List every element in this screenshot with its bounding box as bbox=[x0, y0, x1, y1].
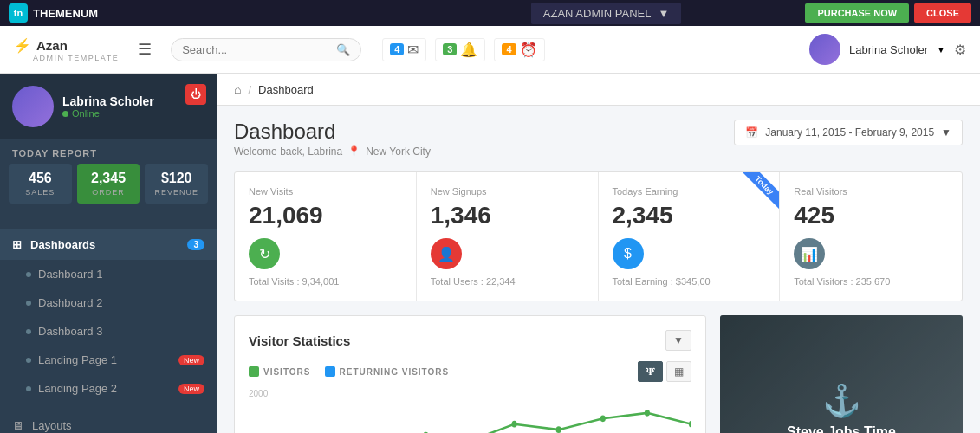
dropdown-arrow-icon: ▼ bbox=[659, 7, 670, 20]
dashboards-nav-header[interactable]: ⊞ Dashboards 3 bbox=[0, 229, 217, 260]
visitors-legend-color bbox=[249, 366, 259, 377]
signups-label: New Signups bbox=[431, 186, 584, 197]
chart-controls: 𝚿 ▦ bbox=[638, 361, 691, 382]
today-report-label: TODAY REPORT bbox=[0, 139, 217, 164]
grid-icon: ⊞ bbox=[12, 238, 22, 251]
theme-dropdown[interactable]: AZAN ADMIN PANEL ▼ bbox=[531, 3, 682, 24]
signups-sub: Total Users : 22,344 bbox=[431, 276, 584, 287]
order-label: ORDER bbox=[82, 188, 135, 197]
visits-value: 21,069 bbox=[249, 202, 402, 229]
search-icon: 🔍 bbox=[336, 43, 350, 56]
dashboard-title-group: Dashboard Welcome back, Labrina 📍 New Yo… bbox=[234, 120, 431, 158]
user-dropdown-arrow-icon[interactable]: ▼ bbox=[937, 45, 945, 55]
topbar: tn THEMENUM AZAN ADMIN PANEL ▼ PURCHASE … bbox=[0, 0, 980, 26]
content-area: ⌂ / Dashboard Dashboard Welcome back, La… bbox=[217, 74, 980, 433]
nav-dot-icon bbox=[26, 386, 31, 391]
svg-point-8 bbox=[600, 415, 606, 422]
search-input[interactable] bbox=[182, 43, 331, 56]
revenue-label: REVENUE bbox=[150, 188, 203, 197]
date-range-picker[interactable]: 📅 January 11, 2015 - February 9, 2015 ▼ bbox=[734, 120, 963, 145]
real-visitors-value: 425 bbox=[794, 202, 948, 229]
tasks-badge-group[interactable]: 4 ⏰ bbox=[494, 38, 544, 61]
visitors-legend-item: VISITORS bbox=[249, 366, 311, 377]
signups-value: 1,346 bbox=[431, 202, 584, 229]
nav-dot-icon bbox=[26, 301, 31, 306]
sidebar-footer: 🖥 Layouts bbox=[0, 410, 217, 433]
sidebar-item-dashboard2[interactable]: Dashboard 2 bbox=[0, 288, 217, 317]
stat-card-signups: New Signups 1,346 👤 Total Users : 22,344 bbox=[417, 172, 599, 301]
close-button[interactable]: CLOSE bbox=[914, 3, 971, 23]
promo-card-text: Steve Jobs Time bbox=[787, 424, 896, 433]
monitor-icon: 🖥 bbox=[12, 419, 23, 432]
purchase-button[interactable]: PURCHASE NOW bbox=[805, 3, 909, 23]
date-picker-arrow-icon: ▼ bbox=[941, 126, 951, 139]
stat-card-visitors: Real Visitors 425 📊 Total Visitors : 235… bbox=[780, 172, 962, 301]
nav-dot-icon bbox=[26, 329, 31, 334]
bell-icon: 🔔 bbox=[460, 42, 477, 58]
order-value: 2,345 bbox=[82, 171, 135, 186]
signups-icon: 👤 bbox=[431, 238, 462, 269]
settings-icon[interactable]: ⚙ bbox=[954, 42, 966, 58]
visits-sub: Total Visits : 9,34,001 bbox=[249, 276, 402, 287]
sidebar-nav: ⊞ Dashboards 3 Dashboard 1 Dashboard 2 bbox=[0, 223, 217, 410]
sales-stat[interactable]: 456 SALES bbox=[9, 164, 72, 204]
search-box[interactable]: 🔍 bbox=[171, 38, 361, 61]
page-title: Dashboard bbox=[234, 120, 431, 144]
sidebar-item-dashboard1[interactable]: Dashboard 1 bbox=[0, 260, 217, 288]
chart-area: 2000 bbox=[249, 389, 691, 433]
hamburger-button[interactable]: ☰ bbox=[131, 36, 159, 62]
line-chart-button[interactable]: 𝚿 bbox=[638, 361, 663, 382]
sidebar-item-landing1[interactable]: Landing Page 1 New bbox=[0, 346, 217, 374]
anchor-icon: ⚓ bbox=[822, 383, 861, 419]
dashboard-subtitle: Welcome back, Labrina 📍 New York City bbox=[234, 145, 431, 158]
sidebar-stats-row: 456 SALES 2,345 ORDER $120 REVENUE bbox=[0, 164, 217, 212]
sidebar-status: Online bbox=[62, 108, 204, 119]
stat-card-earning: Today Todays Earning 2,345 $ Total Earni… bbox=[599, 172, 781, 301]
sidebar: Labrina Scholer Online ⏻ TODAY REPORT 45… bbox=[0, 74, 217, 433]
clock-icon: ⏰ bbox=[520, 42, 537, 58]
sidebar-item-dashboard3[interactable]: Dashboard 3 bbox=[0, 317, 217, 346]
returning-legend-item: RETURNING VISITORS bbox=[325, 366, 450, 377]
header-username: Labrina Scholer bbox=[849, 43, 928, 56]
promo-card: ⚓ Steve Jobs Time bbox=[720, 315, 963, 433]
power-button[interactable]: ⏻ bbox=[185, 84, 206, 105]
tasks-count: 4 bbox=[502, 43, 516, 55]
revenue-value: $120 bbox=[150, 171, 203, 186]
status-dot-icon bbox=[62, 111, 68, 117]
visitor-legend: VISITORS RETURNING VISITORS 𝚿 ▦ bbox=[249, 361, 691, 382]
messages-badge-group[interactable]: 4 ✉ bbox=[382, 38, 426, 61]
chart-dropdown-button[interactable]: ▼ bbox=[665, 330, 691, 351]
earning-icon: $ bbox=[613, 238, 644, 269]
sidebar-user-info: Labrina Scholer Online bbox=[62, 94, 204, 119]
layouts-nav-item[interactable]: 🖥 Layouts bbox=[0, 410, 217, 433]
breadcrumb-separator: / bbox=[248, 83, 251, 96]
mail-icon: ✉ bbox=[407, 42, 419, 58]
header-nav: ⚡ Azan ADMIN TEMPLATE ☰ 🔍 4 ✉ 3 🔔 4 ⏰ La… bbox=[0, 26, 980, 74]
dashboards-nav-left: ⊞ Dashboards bbox=[12, 238, 95, 251]
visits-icon: ↻ bbox=[249, 238, 280, 269]
sidebar-username: Labrina Scholer bbox=[62, 94, 204, 108]
landing1-new-badge: New bbox=[178, 355, 204, 365]
nav-dot-icon bbox=[26, 358, 31, 363]
sidebar-item-landing2[interactable]: Landing Page 2 New bbox=[0, 374, 217, 403]
sales-value: 456 bbox=[14, 171, 67, 186]
visitor-title: Visitor Statistics bbox=[249, 333, 350, 348]
svg-point-10 bbox=[689, 421, 691, 428]
bar-chart-button[interactable]: ▦ bbox=[666, 361, 691, 382]
earning-sub: Total Earning : $345,00 bbox=[613, 276, 766, 287]
brand-name: ⚡ Azan bbox=[14, 37, 119, 54]
order-stat[interactable]: 2,345 ORDER bbox=[77, 164, 140, 204]
revenue-stat[interactable]: $120 REVENUE bbox=[145, 164, 208, 204]
visitor-chart-card: Visitor Statistics ▼ VISITORS RETURNING … bbox=[234, 315, 706, 433]
svg-point-9 bbox=[645, 410, 650, 417]
stat-card-visits: New Visits 21,069 ↻ Total Visits : 9,34,… bbox=[235, 172, 417, 301]
logo-icon: tn bbox=[9, 3, 28, 23]
dashboards-badge: 3 bbox=[187, 239, 204, 250]
calendar-icon: 📅 bbox=[745, 126, 758, 139]
brand: ⚡ Azan ADMIN TEMPLATE bbox=[14, 37, 119, 62]
home-icon[interactable]: ⌂ bbox=[234, 82, 241, 96]
notifications-badge-group[interactable]: 3 🔔 bbox=[435, 38, 485, 61]
sidebar-user-panel: Labrina Scholer Online ⏻ bbox=[0, 74, 217, 139]
bottom-section: Visitor Statistics ▼ VISITORS RETURNING … bbox=[234, 315, 963, 433]
brand-subtitle: ADMIN TEMPLATE bbox=[33, 54, 119, 62]
